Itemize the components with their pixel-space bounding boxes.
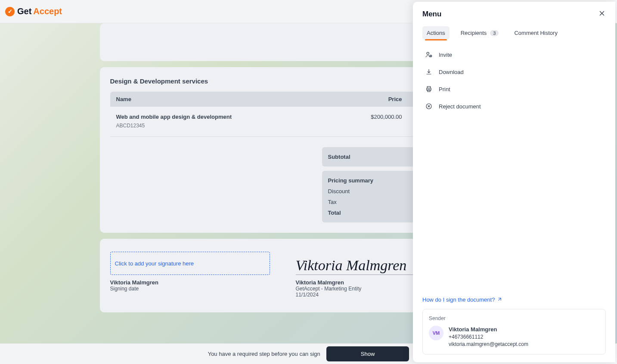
pricing-item-row: Web and mobile app design & development … [110,107,456,137]
sender-label: Sender [429,315,599,321]
pricing-block: Design & Development services Name Price… [100,67,466,233]
panel-title: Menu [422,10,441,19]
signature-field[interactable]: Click to add your signature here [110,252,270,275]
print-icon [425,85,433,93]
menu-panel: Menu Actions Recipients 3 Comment Histor… [413,2,615,362]
svg-point-0 [427,52,429,54]
brand-accept: Accept [33,6,62,16]
show-button[interactable]: Show [326,346,409,361]
sender-avatar: VM [429,326,443,340]
tab-recipients-label: Recipients [461,30,487,36]
tab-actions-label: Actions [427,30,445,36]
pricing-title: Design & Development services [110,77,456,85]
col-name: Name [110,92,352,107]
summary-label: Pricing summary [328,177,374,184]
panel-spacer [422,114,606,296]
subtotal-label: Subtotal [328,154,350,160]
close-icon [598,9,606,17]
invite-icon [425,51,433,59]
external-link-icon [496,297,502,302]
discount-label: Discount [328,188,350,194]
tab-comment-history[interactable]: Comment History [510,26,561,40]
sender-phone: +46736661112 [449,333,528,341]
action-print-label: Print [439,86,450,93]
signature-slot-1: Click to add your signature here Viktori… [110,252,270,298]
signature-block: Click to add your signature here Viktori… [100,239,466,312]
sender-name: Viktoria Malmgren [449,326,528,333]
action-reject[interactable]: Reject document [422,99,606,114]
pricing-header-row: Name Price Units [110,92,456,107]
signer1-sub: Signing date [110,286,270,292]
item-price: $200,000.00 [352,107,408,137]
logo-check-icon: ✓ [5,7,15,16]
sender-info: Viktoria Malmgren +46736661112 viktoria.… [449,326,528,348]
tab-recipients[interactable]: Recipients 3 [456,26,503,40]
svg-rect-3 [427,88,431,90]
signature-placeholder: Click to add your signature here [115,260,194,267]
tax-label: Tax [328,199,337,205]
download-icon [425,68,433,76]
action-reject-label: Reject document [439,103,481,110]
document-block-top [100,23,466,61]
reject-icon [425,102,433,110]
action-download-label: Download [439,69,464,75]
sender-card: Sender VM Viktoria Malmgren +46736661112… [422,309,606,355]
tab-actions[interactable]: Actions [422,26,450,40]
action-list: Invite Download Print Reject document [422,47,606,114]
help-sign-link[interactable]: How do I sign the document? [422,296,606,303]
col-price: Price [352,92,408,107]
tab-history-label: Comment History [514,30,557,36]
brand-logo: ✓ GetAccept [5,6,62,16]
svg-rect-4 [428,90,430,92]
sender-email: viktoria.malmgren@getaccept.com [449,341,528,348]
recipients-count-badge: 3 [490,30,499,36]
panel-tabs: Actions Recipients 3 Comment History [422,26,606,40]
action-print[interactable]: Print [422,82,606,96]
help-link-text: How do I sign the document? [422,296,495,303]
signer1-name: Viktoria Malmgren [110,279,270,286]
action-invite[interactable]: Invite [422,47,606,62]
sender-row: VM Viktoria Malmgren +46736661112 viktor… [429,326,599,348]
action-invite-label: Invite [439,52,452,58]
item-name-cell: Web and mobile app design & development … [110,107,352,137]
action-download[interactable]: Download [422,65,606,79]
footer-text: You have a required step before you can … [208,351,320,357]
panel-header: Menu [422,9,606,19]
close-button[interactable] [598,9,606,19]
brand-get: Get [17,6,31,16]
item-name: Web and mobile app design & development [116,114,232,120]
item-sku: ABCD12345 [116,120,346,134]
total-label: Total [328,210,341,216]
pricing-table: Name Price Units Web and mobile app desi… [110,92,456,137]
